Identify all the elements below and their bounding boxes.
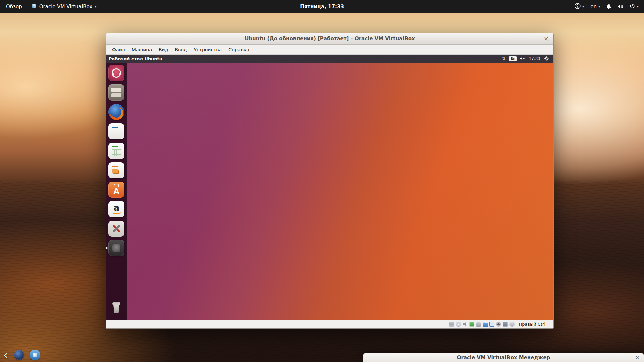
guest-clock[interactable]: 17:33 <box>529 56 540 61</box>
features-status-icon[interactable] <box>503 322 508 327</box>
mouse-integration-status-icon[interactable] <box>509 322 515 327</box>
guest-volume-icon[interactable] <box>520 56 525 61</box>
accessibility-menu-button[interactable]: ▾ <box>575 3 584 10</box>
dock-app-icon-1[interactable] <box>14 350 24 360</box>
launcher-item-libreoffice-impress[interactable] <box>108 162 124 178</box>
display-status-icon[interactable] <box>489 322 494 327</box>
usb-status-icon[interactable] <box>476 322 481 327</box>
chevron-left-icon[interactable]: ‹ <box>3 350 8 360</box>
keyboard-layout-label: en <box>590 4 597 10</box>
vm-window-title: Ubuntu (До обновления) [Работает] - Orac… <box>245 36 415 42</box>
launcher-item-amazon[interactable]: a <box>108 201 124 217</box>
recording-status-icon[interactable] <box>496 322 501 327</box>
guest-indicators: ⇅ En 17:33 <box>502 56 551 62</box>
power-menu-button[interactable]: ▾ <box>630 3 639 10</box>
power-icon <box>630 3 635 10</box>
network-status-icon[interactable] <box>469 322 474 327</box>
audio-status-icon[interactable] <box>463 322 468 327</box>
launcher-item-system-settings[interactable] <box>108 221 124 237</box>
host-key-label: Правый Ctrl <box>519 322 545 327</box>
running-indicator-icon <box>106 246 108 250</box>
launcher-item-dash[interactable] <box>108 65 124 81</box>
manager-close-button[interactable]: × <box>635 354 640 361</box>
amazon-logo: a <box>108 201 124 217</box>
menu-machine[interactable]: Машина <box>128 45 155 54</box>
host-clock[interactable]: Пятница, 17:33 <box>300 4 344 10</box>
launcher-item-software-center[interactable]: A <box>108 182 124 198</box>
bottom-dock: ‹ <box>0 348 40 362</box>
guest-desktop: A a <box>106 63 553 320</box>
launcher-item-firefox[interactable] <box>108 104 124 120</box>
menu-view[interactable]: Вид <box>155 45 171 54</box>
chevron-down-icon: ▾ <box>598 4 600 9</box>
dock-app-icon-2[interactable] <box>30 350 40 360</box>
launcher-item-libreoffice-calc[interactable] <box>108 143 124 159</box>
optical-disk-status-icon[interactable] <box>456 322 461 327</box>
vm-close-button[interactable]: × <box>544 36 549 42</box>
app-menu-label: Oracle VM VirtualBox <box>39 4 92 10</box>
guest-top-panel: Рабочий стол Ubuntu ⇅ En 17:33 <box>106 55 553 63</box>
top-bar-right: ▾ en ▾ ▾ <box>575 3 644 10</box>
menu-devices[interactable]: Устройства <box>191 45 225 54</box>
launcher-item-files[interactable] <box>108 84 124 101</box>
chevron-down-icon: ▾ <box>95 4 97 9</box>
hdd-status-icon[interactable] <box>449 322 454 327</box>
session-gear-icon[interactable] <box>544 56 549 62</box>
launcher-item-libreoffice-writer[interactable] <box>108 123 124 139</box>
unity-launcher: A a <box>106 63 127 320</box>
software-center-glyph: A <box>108 182 124 198</box>
notifications-bell-icon[interactable] <box>606 4 611 9</box>
keyboard-indicator[interactable]: En <box>509 56 517 61</box>
chevron-down-icon: ▾ <box>637 4 639 9</box>
menu-input[interactable]: Ввод <box>171 45 190 54</box>
top-bar-left: Обзор Oracle VM VirtualBox ▾ <box>0 3 97 10</box>
chevron-down-icon: ▾ <box>582 4 584 9</box>
host-top-bar: Обзор Oracle VM VirtualBox ▾ Пятница, 17… <box>0 0 644 13</box>
shared-folders-status-icon[interactable] <box>483 322 488 327</box>
virtualbox-manager-window[interactable]: Oracle VM VirtualBox Менеджер × <box>363 353 644 362</box>
volume-icon[interactable] <box>618 4 623 9</box>
network-arrows-icon[interactable]: ⇅ <box>502 56 506 61</box>
virtualbox-vm-window: Ubuntu (До обновления) [Работает] - Orac… <box>106 33 554 329</box>
virtualbox-logo-icon <box>31 3 37 10</box>
menu-file[interactable]: Файл <box>109 45 128 54</box>
guest-panel-title: Рабочий стол Ubuntu <box>109 56 162 61</box>
menu-help[interactable]: Справка <box>225 45 253 54</box>
launcher-item-active-app[interactable] <box>108 240 124 256</box>
vm-status-bar: Правый Ctrl <box>106 320 553 328</box>
app-menu-button[interactable]: Oracle VM VirtualBox ▾ <box>31 3 97 10</box>
activities-button[interactable]: Обзор <box>6 4 22 10</box>
keyboard-layout-menu-button[interactable]: en ▾ <box>590 4 600 10</box>
vm-menu-bar: Файл Машина Вид Ввод Устройства Справка <box>106 45 553 55</box>
vm-title-bar[interactable]: Ubuntu (До обновления) [Работает] - Orac… <box>106 33 553 45</box>
accessibility-icon <box>575 3 581 10</box>
launcher-item-trash[interactable] <box>108 300 124 316</box>
manager-window-title: Oracle VM VirtualBox Менеджер <box>457 355 550 361</box>
